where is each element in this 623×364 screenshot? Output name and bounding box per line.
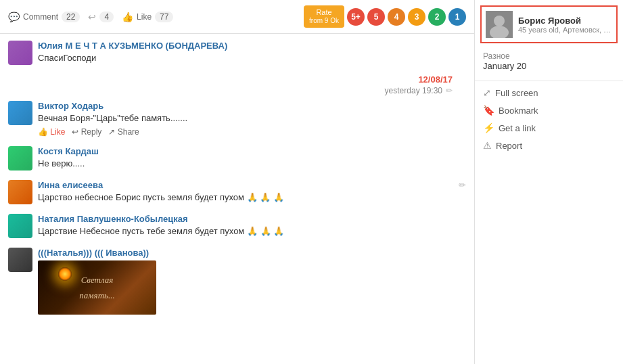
- comment-author[interactable]: Юлия М Е Ч Т А КУЗЬМЕНКО (БОНДАРЕВА): [38, 41, 466, 51]
- rate-5-button[interactable]: 5: [367, 8, 385, 26]
- edit-pencil-icon[interactable]: ✏: [459, 180, 466, 190]
- rate-3-button[interactable]: 3: [408, 8, 425, 26]
- avatar: [8, 146, 32, 170]
- comment-share-button[interactable]: ↗ Share: [108, 127, 139, 137]
- comment-count: 22: [62, 12, 80, 22]
- profile-avatar-image: [486, 11, 513, 38]
- comment-item: Костя Кардаш Не верю.....: [8, 146, 466, 170]
- bookmark-icon: 🔖: [483, 105, 494, 116]
- like-label: Like: [137, 12, 152, 22]
- sidebar-meta: Разное January 20: [475, 43, 623, 78]
- avatar: [8, 180, 32, 204]
- sidebar-category: Разное: [483, 51, 615, 61]
- comment-text: Вечная Боря-"Царь"тебе память.......: [38, 112, 466, 124]
- share-count: 4: [99, 12, 114, 22]
- comment-text: Царствие Небесное пусть тебе земля будет…: [38, 225, 466, 237]
- comment-body: Инна елисеева Царство небесное Борис пус…: [38, 180, 466, 204]
- share-action[interactable]: ↩ 4: [88, 12, 114, 22]
- sidebar-link-action[interactable]: ⚡ Get a link: [475, 119, 623, 137]
- comment-author[interactable]: Инна елисеева: [38, 180, 284, 190]
- profile-info: Борис Яровой 45 years old, Артемовск, Лу…: [518, 16, 612, 34]
- avatar: [8, 41, 32, 65]
- candle-light: [58, 267, 72, 281]
- page-wrapper: 💬 Comment 22 ↩ 4 👍 Like 77 Rate from 9 O…: [0, 0, 623, 364]
- like-count: 77: [155, 12, 173, 22]
- comment-body: Костя Кардаш Не верю.....: [38, 146, 466, 170]
- sidebar-date: January 20: [483, 61, 615, 71]
- comment-actions: 👍 Like ↩ Reply ↗ Share: [38, 127, 466, 137]
- comment-text: Царство небесное Борис пусть земля будет…: [38, 191, 284, 204]
- like-icon: 👍: [122, 12, 133, 22]
- avatar: [8, 214, 32, 238]
- edit-icon: ✏: [446, 86, 453, 95]
- comment-reply-button[interactable]: ↩ Reply: [72, 127, 101, 137]
- sidebar-divider: [475, 81, 623, 81]
- avatar: [8, 248, 32, 272]
- rate-4-button[interactable]: 4: [388, 8, 405, 26]
- comment-text: СпасиГосподи: [38, 52, 466, 64]
- link-label: Get a link: [499, 123, 536, 133]
- timestamp-sub: yesterday 19:30 ✏: [8, 86, 466, 95]
- svg-point-1: [494, 16, 505, 26]
- comment-label: Comment: [23, 12, 58, 22]
- sidebar-fullscreen-action[interactable]: ⤢ Full screen: [475, 84, 623, 101]
- rate-label: Rate from 9 Ok: [304, 5, 344, 28]
- comment-body: Наталия Павлушенко-Кобылецкая Царствие Н…: [38, 214, 466, 237]
- timestamp: 12/08/17: [8, 74, 466, 85]
- comment-author[interactable]: Виктор Ходарь: [38, 101, 466, 111]
- like-action[interactable]: 👍 Like 77: [122, 12, 173, 22]
- right-sidebar: Борис Яровой 45 years old, Артемовск, Лу…: [474, 0, 623, 364]
- report-label: Report: [496, 141, 522, 151]
- memorial-image: Светлая память...: [38, 260, 156, 315]
- comment-with-timestamp: 12/08/17 yesterday 19:30 ✏ Виктор Ходарь…: [8, 74, 466, 137]
- fullscreen-label: Full screen: [495, 88, 538, 98]
- avatar: [8, 101, 32, 125]
- profile-name: Борис Яровой: [518, 16, 612, 26]
- comment-text: Не верю.....: [38, 158, 466, 170]
- image-overlay-text: Светлая память...: [76, 270, 118, 306]
- toolbar: 💬 Comment 22 ↩ 4 👍 Like 77 Rate from 9 O…: [0, 0, 474, 34]
- sidebar-report-action[interactable]: ⚠ Report: [475, 137, 623, 154]
- comments-area: Юлия М Е Ч Т А КУЗЬМЕНКО (БОНДАРЕВА) Спа…: [0, 34, 474, 331]
- profile-card[interactable]: Борис Яровой 45 years old, Артемовск, Лу…: [480, 5, 618, 43]
- comment-item: Наталия Павлушенко-Кобылецкая Царствие Н…: [8, 214, 466, 238]
- comment-icon: 💬: [8, 12, 20, 22]
- profile-avatar: [486, 11, 513, 38]
- comment-author[interactable]: (((Наталья))) ((( Иванова)): [38, 248, 466, 258]
- rate-2-button[interactable]: 2: [428, 8, 446, 26]
- sidebar-bookmark-action[interactable]: 🔖 Bookmark: [475, 101, 623, 119]
- rate-box: Rate from 9 Ok 5+ 5 4 3 2 1: [304, 5, 466, 28]
- main-content: 💬 Comment 22 ↩ 4 👍 Like 77 Rate from 9 O…: [0, 0, 474, 364]
- rate-1-button[interactable]: 1: [448, 8, 466, 26]
- report-icon: ⚠: [483, 140, 492, 151]
- comment-like-button[interactable]: 👍 Like: [38, 127, 65, 137]
- comment-item: Виктор Ходарь Вечная Боря-"Царь"тебе пам…: [8, 101, 466, 137]
- comment-author[interactable]: Костя Кардаш: [38, 146, 466, 156]
- comment-body: (((Наталья))) ((( Иванова)) Светлая памя…: [38, 248, 466, 315]
- profile-details: 45 years old, Артемовск, Луганска...: [518, 26, 612, 34]
- bookmark-label: Bookmark: [499, 106, 538, 116]
- comment-body: Юлия М Е Ч Т А КУЗЬМЕНКО (БОНДАРЕВА) Спа…: [38, 41, 466, 64]
- comment-item: Инна елисеева Царство небесное Борис пус…: [8, 180, 466, 204]
- fullscreen-icon: ⤢: [483, 87, 491, 98]
- rate-5plus-button[interactable]: 5+: [347, 8, 365, 26]
- comment-author[interactable]: Наталия Павлушенко-Кобылецкая: [38, 214, 466, 224]
- link-icon: ⚡: [483, 122, 494, 133]
- comment-action[interactable]: 💬 Comment 22: [8, 12, 80, 22]
- share-icon: ↩: [88, 12, 96, 22]
- comment-item: Юлия М Е Ч Т А КУЗЬМЕНКО (БОНДАРЕВА) Спа…: [8, 41, 466, 65]
- comment-item: (((Наталья))) ((( Иванова)) Светлая памя…: [8, 248, 466, 315]
- comment-body: Виктор Ходарь Вечная Боря-"Царь"тебе пам…: [38, 101, 466, 137]
